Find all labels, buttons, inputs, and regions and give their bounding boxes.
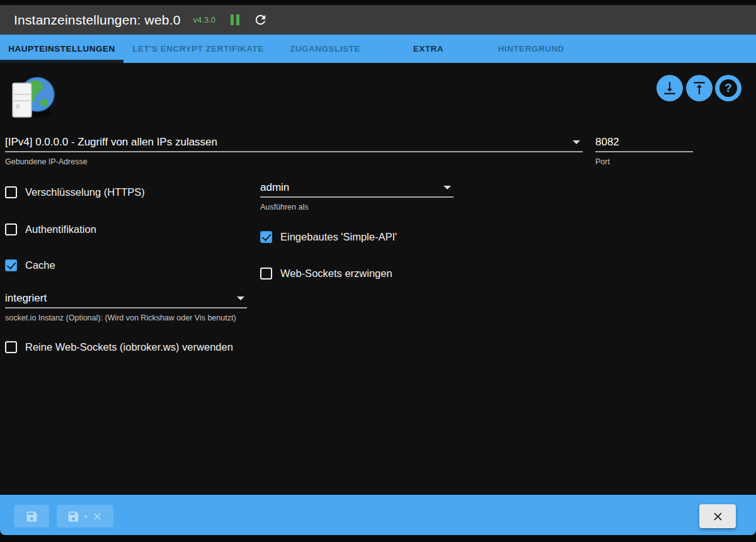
port-field[interactable]: 8082 Port [595, 135, 693, 166]
close-dialog-button[interactable] [699, 504, 736, 528]
run-as-value[interactable]: admin [260, 180, 454, 198]
instance-settings-dialog: Instanzeinstellungen: web.0 v4.3.0 HAUPT… [0, 0, 756, 542]
help-icon: ? [719, 79, 737, 97]
checkbox-label: Cache [25, 259, 55, 271]
socketio-instance-select[interactable]: integriert socket.io Instanz (Optional):… [5, 291, 247, 322]
checkbox-box-checked[interactable] [5, 259, 17, 271]
checkbox-label: Reine Web-Sockets (iobroker.ws) verwende… [25, 341, 233, 353]
tab-bar: HAUPTEINSTELLUNGEN LET'S ENCRYPT ZERTIFI… [0, 35, 756, 63]
page-title: Instanzeinstellungen: web.0 [14, 13, 181, 28]
checkbox-websockets-force[interactable]: Web-Sockets erzwingen [260, 268, 392, 279]
tab-lets-encrypt[interactable]: LET'S ENCRYPT ZERTIFIKATE [123, 35, 273, 63]
port-label: Port [595, 157, 693, 166]
bound-ip-label: Gebundene IP-Adresse [5, 157, 583, 166]
tab-hintergrund[interactable]: HINTERGRUND [479, 35, 583, 63]
pause-icon[interactable] [231, 14, 239, 25]
download-config-button[interactable] [656, 75, 683, 101]
checkbox-label: Eingebautes 'Simple-API' [280, 231, 397, 243]
help-button[interactable]: ? [715, 75, 742, 101]
save-and-close-button[interactable]: + [57, 505, 113, 528]
save-icon [25, 510, 38, 523]
chevron-down-icon [573, 140, 580, 144]
checkbox-authentication[interactable]: Authentifikation [5, 223, 96, 235]
save-button[interactable] [14, 505, 49, 528]
plus-label: + [83, 511, 88, 521]
checkbox-simple-api[interactable]: Eingebautes 'Simple-API' [260, 231, 397, 243]
socketio-label: socket.io Instanz (Optional): (Wird von … [5, 313, 247, 322]
upload-icon [691, 80, 707, 96]
checkbox-box[interactable] [5, 223, 17, 235]
socketio-value[interactable]: integriert [5, 291, 247, 308]
checkbox-label: Authentifikation [25, 223, 96, 235]
port-value[interactable]: 8082 [595, 135, 693, 152]
bottom-action-bar: + [0, 495, 756, 535]
save-icon [67, 510, 80, 523]
bound-ip-select[interactable]: [IPv4] 0.0.0.0 - Zugriff von allen IPs z… [5, 135, 583, 166]
version-badge: v4.3.0 [193, 15, 215, 25]
chevron-down-icon [237, 296, 244, 300]
upload-config-button[interactable] [686, 75, 713, 101]
checkbox-box[interactable] [260, 268, 272, 279]
titlebar: Instanzeinstellungen: web.0 v4.3.0 [0, 5, 756, 35]
run-as-label: Ausführen als [260, 203, 454, 212]
main-settings-panel: ? [IPv4] 0.0.0.0 - Zugriff von allen IPs… [0, 63, 756, 495]
checkbox-box[interactable] [5, 341, 17, 353]
checkbox-pure-websockets[interactable]: Reine Web-Sockets (iobroker.ws) verwende… [5, 341, 233, 353]
bound-ip-value[interactable]: [IPv4] 0.0.0.0 - Zugriff von allen IPs z… [5, 135, 583, 152]
download-icon [662, 80, 678, 96]
checkbox-box-checked[interactable] [260, 231, 272, 243]
run-as-select[interactable]: admin Ausführen als [260, 180, 454, 212]
checkbox-cache[interactable]: Cache [5, 259, 55, 271]
checkbox-label: Verschlüsselung (HTTPS) [25, 186, 145, 198]
close-icon [91, 511, 103, 522]
web-adapter-logo [8, 72, 55, 125]
checkbox-box[interactable] [5, 186, 17, 198]
tab-zugangsliste[interactable]: ZUGANGSLISTE [273, 35, 377, 63]
chevron-down-icon [444, 186, 451, 189]
checkbox-label: Web-Sockets erzwingen [280, 268, 392, 279]
checkbox-https[interactable]: Verschlüsselung (HTTPS) [5, 186, 145, 198]
refresh-icon[interactable] [253, 13, 268, 27]
close-icon [711, 510, 724, 523]
tab-extra[interactable]: EXTRA [377, 35, 479, 63]
tab-haupteinstellungen[interactable]: HAUPTEINSTELLUNGEN [0, 35, 123, 63]
